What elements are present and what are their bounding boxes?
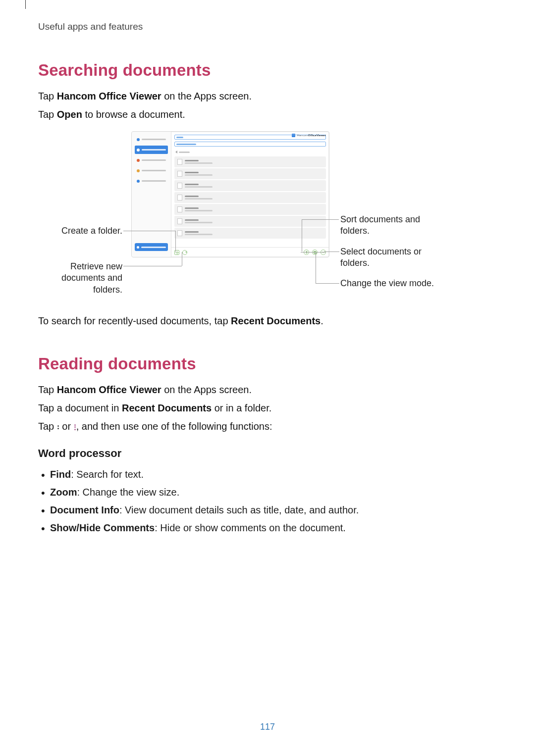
callout-retrieve: Retrieve new documents and folders. [38,261,122,296]
text: : Hide or show comments on the document. [155,522,346,533]
three-dots-icon [74,423,76,431]
file-row [174,168,326,179]
text: To search for recently-used documents, t… [38,315,231,326]
running-head: Useful apps and features [38,21,497,32]
bold: Document Info [50,504,119,515]
lead-line [316,252,316,283]
up-row [174,149,326,155]
text: Tap [38,91,57,101]
bold: Open [57,109,82,120]
subheading-word-processor: Word processor [38,447,497,460]
list-item: Document Info: View document details suc… [50,502,497,518]
text: , and then use one of the following func… [76,421,272,432]
callout-create-folder: Create a folder. [38,225,122,237]
refresh-icon [182,250,187,255]
sidebar-item [135,135,168,144]
sidebar-item [135,156,168,164]
lead-line [123,231,175,231]
list-item: Show/Hide Comments: Hide or show comment… [50,519,497,536]
text: . [321,315,323,326]
list-item: Zoom: Change the view size. [50,484,497,501]
lead-line [175,231,176,252]
sidebar-item-active [135,146,168,154]
file-row [174,216,326,227]
page-tab-mark [21,0,26,9]
lead-line [301,252,325,252]
para-s1-1: Tap Hancom Office Viewer on the Apps scr… [38,89,497,104]
heading-reading-documents: Reading documents [38,354,497,373]
text: Tap [38,421,57,432]
lead-line [182,252,182,266]
para-s1-3: To search for recently-used documents, t… [38,313,497,329]
path-bar [174,135,326,140]
text: : View document details such as title, d… [119,504,359,515]
bold: Hancom Office Viewer [57,91,161,101]
callout-select: Select documents or folders. [340,246,449,269]
page-number: 117 [0,722,535,732]
lead-line [302,219,339,220]
text: on the Apps screen. [161,384,252,395]
bullet-list: Find: Search for text. Zoom: Change the … [38,466,497,536]
two-dots-icon [57,424,59,430]
para-s2-1: Tap Hancom Office Viewer on the Apps scr… [38,382,497,398]
text: on the Apps screen. [161,91,252,101]
file-row [174,204,326,215]
text: Tap [38,109,57,120]
lead-line [302,219,302,252]
heading-searching-documents: Searching documents [38,61,497,80]
bold: Hancom Office Viewer [57,384,161,395]
path-bar [174,142,326,147]
file-row [174,156,326,167]
callout-sort: Sort documents and folders. [340,214,449,237]
sidebar [132,132,171,257]
lead-line [324,252,339,252]
bold: Zoom [50,487,77,498]
screenshot: HancomOfficeViewer [131,131,329,257]
para-s2-3: Tap or , and then use one of the followi… [38,419,497,434]
figure-hancom-open: HancomOfficeViewer [38,131,497,309]
bold: Recent Documents [122,403,212,413]
text: to browse a document. [82,109,185,120]
main-panel [171,132,329,257]
file-row [174,228,326,239]
lead-line [316,283,339,284]
text: or in a folder. [212,403,271,413]
bold: Show/Hide Comments [50,522,155,533]
para-s1-2: Tap Open to browse a document. [38,107,497,122]
sidebar-item [135,177,168,185]
text: Tap a document in [38,403,122,413]
text: Tap [38,384,57,395]
callout-viewmode: Change the view mode. [340,278,449,289]
sidebar-bottom [135,243,168,251]
text: or [59,421,74,432]
bold: Recent Documents [231,315,321,326]
para-s2-2: Tap a document in Recent Documents or in… [38,401,497,416]
text: : Search for text. [71,469,144,480]
lead-line [123,266,182,266]
list-item: Find: Search for text. [50,466,497,483]
sidebar-item [135,166,168,175]
text: : Change the view size. [77,487,179,498]
file-row [174,192,326,203]
file-row [174,180,326,191]
bold: Find [50,469,71,480]
